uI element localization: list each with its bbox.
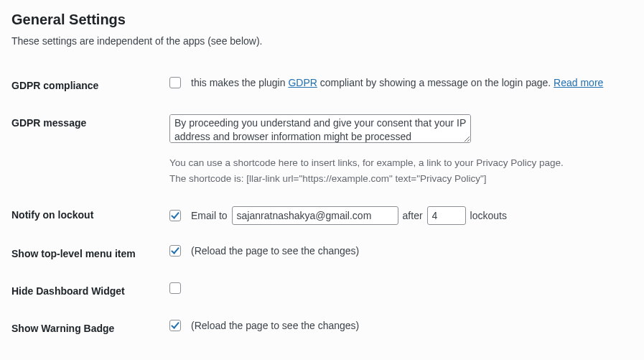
gdpr-text-before: this makes the plugin: [191, 77, 288, 88]
notify-email-input[interactable]: [232, 206, 398, 225]
gdpr-message-label: GDPR message: [11, 104, 169, 196]
notify-lockout-checkbox[interactable]: [169, 210, 181, 221]
gdpr-message-textarea[interactable]: By proceeding you understand and give yo…: [169, 114, 471, 143]
notify-lockouts-text: lockouts: [470, 210, 507, 221]
gdpr-compliance-text: this makes the plugin GDPR compliant by …: [191, 77, 603, 88]
show-menu-label: Show top-level menu item: [11, 235, 169, 272]
notify-count-input[interactable]: [427, 206, 466, 225]
gdpr-text-mid: compliant by showing a message on the lo…: [317, 77, 554, 88]
show-badge-note: (Reload the page to see the changes): [191, 320, 359, 331]
gdpr-link[interactable]: GDPR: [288, 77, 317, 88]
show-badge-checkbox[interactable]: [169, 320, 181, 331]
section-title: General Settings: [11, 11, 633, 28]
show-menu-checkbox[interactable]: [169, 245, 181, 257]
notify-after-text: after: [403, 210, 423, 221]
gdpr-desc-line2: The shortcode is: [llar-link url="https:…: [169, 173, 487, 184]
gdpr-message-description: You can use a shortcode here to insert l…: [169, 155, 633, 186]
gdpr-compliance-checkbox[interactable]: [169, 77, 181, 88]
notify-lockout-label: Notify on lockout: [11, 196, 169, 235]
settings-table: GDPR compliance this makes the plugin GD…: [11, 67, 633, 347]
section-description: These settings are independent of the ap…: [11, 35, 633, 47]
notify-email-to-text: Email to: [191, 210, 228, 221]
show-badge-label: Show Warning Badge: [11, 310, 169, 347]
show-menu-note: (Reload the page to see the changes): [191, 245, 359, 257]
hide-widget-checkbox[interactable]: [169, 282, 181, 294]
gdpr-desc-line1: You can use a shortcode here to insert l…: [169, 157, 564, 168]
gdpr-compliance-label: GDPR compliance: [11, 67, 169, 104]
hide-widget-label: Hide Dashboard Widget: [11, 272, 169, 310]
gdpr-read-more-link[interactable]: Read more: [554, 77, 603, 88]
